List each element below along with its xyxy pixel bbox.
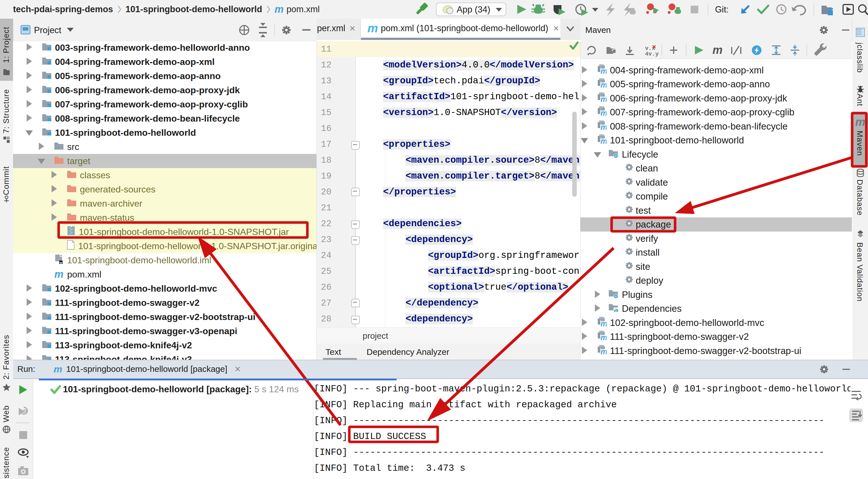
svg-text:m: m (712, 43, 723, 56)
svg-text:m: m (600, 348, 607, 355)
svg-text:0110: 0110 (857, 33, 862, 35)
svg-text:9: 9 (23, 408, 27, 416)
svg-text:m: m (600, 123, 607, 130)
svg-text:m: m (600, 109, 607, 116)
svg-text:m: m (600, 95, 607, 102)
svg-text:1011: 1011 (857, 31, 862, 33)
svg-text:Project: Project (34, 25, 61, 35)
svg-text:Git:: Git: (715, 4, 728, 14)
svg-text:m: m (600, 137, 607, 144)
svg-text:4v.y: 4v.y (645, 51, 659, 57)
svg-text:App (34): App (34) (457, 4, 490, 14)
svg-text:m: m (600, 81, 607, 88)
svg-text:0110: 0110 (857, 29, 862, 31)
svg-text:m: m (600, 333, 607, 341)
svg-text:m: m (600, 320, 607, 327)
svg-text:m: m (600, 67, 607, 74)
